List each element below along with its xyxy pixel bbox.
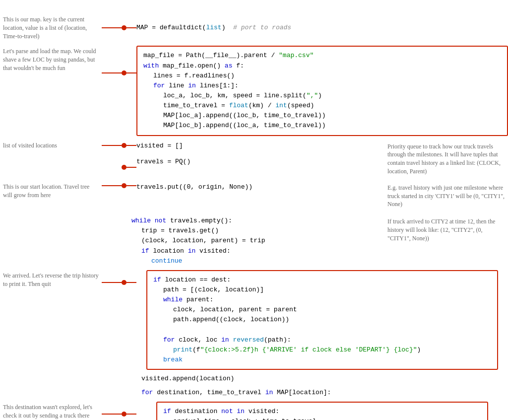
code-box2-line6: for clock, loc in reversed(path): xyxy=(153,335,491,345)
code-box2-line7: print(f"{clock:>5.2f}h {'ARRIVE' if cloc… xyxy=(153,345,491,355)
eg-annotation: E.g. travel history with just one milest… xyxy=(384,182,508,210)
connector-dot-1 xyxy=(122,25,127,30)
code-map-line: MAP = defaultdict(list) # port to roads xyxy=(136,23,508,33)
connector-line-1b xyxy=(127,27,136,28)
code-trip-line: trip = travels.get() xyxy=(131,226,381,236)
code-box3-line2: arrival_time = clock + time_to_travel xyxy=(163,417,481,420)
code-box1-line5: loc_a, loc_b, km, speed = line.split(","… xyxy=(143,91,501,101)
code-box1-line6: time_to_travel = float(km) / int(speed) xyxy=(143,101,501,111)
code-box2-spacer xyxy=(153,325,491,335)
connector-dot-4 xyxy=(122,165,127,170)
pq-annotation: Priority queue to track how our truck tr… xyxy=(384,141,508,177)
code-travels-put: travels.put((0, origin, None)) xyxy=(136,182,381,192)
connector-line-7 xyxy=(102,414,122,415)
code-box1-line2: with map_file.open() as f: xyxy=(143,61,501,71)
connector-line-5b xyxy=(127,185,136,186)
code-travels-line: travels = PQ() xyxy=(136,157,381,167)
code-if-visited-line: if location in visited: xyxy=(131,246,381,256)
connector-dot-2 xyxy=(122,70,127,75)
code-box1-line7: MAP[loc_a].append((loc_b, time_to_travel… xyxy=(143,111,501,121)
code-box3-line1: if destination not in visited: xyxy=(163,407,481,417)
code-while-line: while not travels.empty(): xyxy=(131,216,381,226)
connector-line-5 xyxy=(102,185,122,186)
connector-line-3b xyxy=(127,145,136,146)
start-annotation: This is our start location. Travel tree … xyxy=(0,181,102,201)
map-annotation: This is our map. key is the current loca… xyxy=(0,14,102,42)
arrived-annotation: We arrived. Let's reverse the trip histo… xyxy=(0,270,102,290)
code-visited-line: visited = [] xyxy=(136,141,381,151)
code-box-2: if location == dest: path = [(clock, loc… xyxy=(146,270,498,370)
code-box2-line1: if location == dest: xyxy=(153,275,491,285)
connector-dot-5 xyxy=(122,183,127,188)
destination-annotation: This destination wasn't explored, let's … xyxy=(0,402,102,420)
connector-line-3 xyxy=(102,145,122,146)
code-box-1: map_file = Path(__file__).parent / "map.… xyxy=(136,46,508,136)
code-box1-line8: MAP[loc_b].append((loc_a, time_to_travel… xyxy=(143,121,501,131)
code-box1-line1: map_file = Path(__file__).parent / "map.… xyxy=(143,51,501,61)
code-unpack-line: (clock, location, parent) = trip xyxy=(131,236,381,246)
code-box2-line2: path = [(clock, location)] xyxy=(153,285,491,295)
connector-line-7b xyxy=(127,414,136,415)
connector-line-6 xyxy=(102,282,122,283)
code-box2-line8: break xyxy=(153,355,491,365)
connector-line-1 xyxy=(102,27,122,28)
connector-dot-6 xyxy=(122,280,127,285)
code-for-dest: for destination, time_to_travel in MAP[l… xyxy=(131,388,508,398)
connector-line-6b xyxy=(127,282,136,283)
code-visited-append: visited.append(location) xyxy=(131,374,508,384)
connector-line-4b xyxy=(127,167,136,168)
arrived-if-annotation: If truck arrived to CITY2 at time 12, th… xyxy=(384,216,508,244)
connector-line-2b xyxy=(127,72,136,73)
connector-dot-3 xyxy=(122,143,127,148)
code-box1-line3: lines = f.readlines() xyxy=(143,71,501,81)
parse-annotation: Let's parse and load the map. We could s… xyxy=(0,46,102,73)
code-box2-line3: while parent: xyxy=(153,295,491,305)
code-box1-line4: for line in lines[1:]: xyxy=(143,81,501,91)
connector-line-2 xyxy=(102,72,122,73)
code-box-3: if destination not in visited: arrival_t… xyxy=(156,402,488,420)
connector-dot-7 xyxy=(122,412,127,417)
code-box2-line4: clock, location, parent = parent xyxy=(153,305,491,315)
code-continue-line: continue xyxy=(131,256,381,266)
code-box2-line5: path.append((clock, location)) xyxy=(153,315,491,325)
visited-annotation: list of visited locations xyxy=(0,140,102,151)
